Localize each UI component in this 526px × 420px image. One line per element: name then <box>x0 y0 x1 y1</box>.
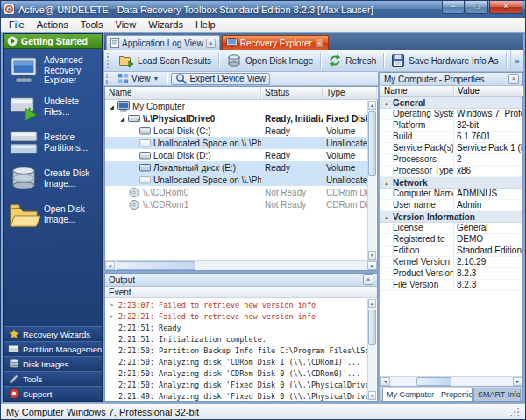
toolbar-grip[interactable] <box>106 74 110 84</box>
scroll-down-button[interactable] <box>368 391 376 400</box>
property-group-row[interactable]: General <box>380 97 522 109</box>
scroll-up-button[interactable] <box>368 101 376 110</box>
scroll-down-button[interactable] <box>368 251 376 260</box>
property-group-row[interactable]: Version Information <box>380 211 522 223</box>
column-header-prop-name[interactable]: Name <box>380 86 454 96</box>
open-disk-image-button[interactable]: Open Disk Image <box>221 51 318 70</box>
collapse-icon[interactable] <box>383 100 390 106</box>
log-event-row[interactable]: 2:21:50: Analyzing disk 'CDRom Disk 0 (\… <box>110 367 368 379</box>
refresh-button[interactable]: Refresh <box>323 51 381 70</box>
scroll-right-button[interactable] <box>367 261 377 270</box>
scroll-left-button[interactable] <box>105 261 115 270</box>
scroll-thumb[interactable] <box>117 261 195 270</box>
column-header-prop-value[interactable]: Value <box>454 86 522 96</box>
close-button[interactable]: × <box>489 1 522 14</box>
toolbar-grip[interactable] <box>107 53 111 68</box>
properties-horizontal-scrollbar[interactable] <box>380 376 522 386</box>
log-event-row[interactable]: 2:21:50: Analyzing disk 'Fixed Disk 0 (\… <box>110 379 368 390</box>
view-button[interactable]: View▼ <box>113 73 163 85</box>
scroll-thumb[interactable] <box>416 377 451 386</box>
property-row[interactable]: Registered toDEMO <box>380 234 522 246</box>
property-row[interactable]: Operating SystemWindows 7, Professional <box>380 109 522 120</box>
scroll-right-button[interactable] <box>513 377 522 386</box>
property-row[interactable]: Service Pack(s)Service Pack 1 (Build <box>380 143 522 154</box>
scroll-up-button[interactable] <box>368 299 376 308</box>
tab-recovery-explorer[interactable]: Recovery Explorer <box>222 35 329 50</box>
expander-icon[interactable] <box>110 313 118 320</box>
expert-device-view-button[interactable]: Expert Device View <box>171 73 270 85</box>
column-header-status[interactable]: Status <box>261 87 323 99</box>
tab-smart-info[interactable]: SMART Info <box>473 388 521 401</box>
property-row[interactable]: Processors2 <box>380 154 522 166</box>
log-event-row[interactable]: 2:23:07: Failed to retrieve new version … <box>110 299 368 310</box>
property-row[interactable]: Computer NameADMINUS <box>380 189 522 200</box>
sidebar-section-disk-images[interactable]: Disk Images <box>4 356 102 371</box>
menu-wizards[interactable]: Wizards <box>142 18 189 31</box>
tree-row[interactable]: Unallocated Space on \\.\PhysicalDrive0U… <box>105 137 368 149</box>
tab-application-log-view[interactable]: Application Log View <box>106 35 220 50</box>
tab-close-icon[interactable] <box>315 39 324 48</box>
sidebar-item-undelete-files[interactable]: Undelete Files... <box>6 92 99 122</box>
menu-file[interactable]: File <box>3 18 31 31</box>
property-row[interactable]: User nameAdmin <box>380 200 522 211</box>
load-scan-results-button[interactable]: Load Scan Results <box>113 51 217 70</box>
property-row[interactable]: File Version8.2.3 <box>380 280 522 291</box>
resize-grip[interactable] <box>508 406 520 417</box>
menu-actions[interactable]: Actions <box>31 18 75 31</box>
tab-close-icon[interactable] <box>206 39 216 48</box>
sidebar-section-partition-management[interactable]: Partition Management <box>4 341 102 356</box>
log-event-row[interactable]: 2:21:50: Partition Backup Info file C:\P… <box>110 345 368 356</box>
log-event-row[interactable]: 2:22:21: Failed to retrieve new version … <box>110 310 368 322</box>
tree-row[interactable]: \\.\CDRom1Not ReadyCDRom Disk <box>105 198 368 210</box>
sidebar-section-tools[interactable]: Tools <box>4 371 102 386</box>
property-row[interactable]: Product Version8.2.3 <box>380 268 522 280</box>
toolbar-overflow-button[interactable]: » <box>510 50 523 71</box>
property-row[interactable]: Build6.1.7601 <box>380 132 522 143</box>
tree-row[interactable]: ◢My Computer <box>105 100 368 112</box>
tree-row[interactable]: Local Disk (C:)ReadyVolume <box>105 125 368 137</box>
expander-icon[interactable]: ◢ <box>117 116 127 122</box>
sidebar-section-support[interactable]: Support <box>4 386 102 401</box>
scroll-thumb[interactable] <box>368 310 376 345</box>
expander-icon[interactable]: ◢ <box>107 103 117 110</box>
output-vertical-scrollbar[interactable] <box>367 299 376 400</box>
scroll-left-button[interactable] <box>380 377 390 386</box>
property-row[interactable]: EditionStandard Edition <box>380 246 522 257</box>
log-event-row[interactable]: 2:21:51: Initialization complete. <box>110 333 368 345</box>
tree-row[interactable]: Локальный диск (E:)ReadyVolume <box>105 161 368 174</box>
sidebar-item-advanced-recovery-explorer[interactable]: Advanced Recovery Explorer <box>6 55 99 86</box>
property-row[interactable]: Platform32-bit <box>380 120 522 132</box>
tab-my-computer-properties[interactable]: My Computer - Properties <box>382 388 473 401</box>
column-header-name[interactable]: Name <box>105 87 261 99</box>
minimize-button[interactable]: − <box>442 1 465 14</box>
collapse-icon[interactable] <box>383 180 390 186</box>
menu-view[interactable]: View <box>110 18 143 31</box>
log-event-row[interactable]: 2:21:50: Analyzing disk 'CDRom Disk 1 (\… <box>110 356 368 367</box>
sidebar-section-recovery-wizards[interactable]: Recovery Wizards <box>4 326 102 341</box>
scroll-thumb[interactable] <box>368 111 376 176</box>
tree-vertical-scrollbar[interactable] <box>367 101 376 260</box>
property-group-row[interactable]: Network <box>380 177 522 189</box>
tree-row[interactable]: \\.\CDRom0Not ReadyCDRom Disk <box>105 186 368 198</box>
maximize-button[interactable]: □ <box>466 1 488 14</box>
tree-horizontal-scrollbar[interactable] <box>105 260 377 270</box>
sidebar-item-create-disk-image[interactable]: Create Disk Image... <box>6 164 99 194</box>
getting-started-header[interactable]: Getting Started <box>4 34 102 49</box>
collapse-icon[interactable] <box>383 214 390 220</box>
menu-tools[interactable]: Tools <box>75 18 110 31</box>
tree-row[interactable]: Local Disk (D:)ReadyVolume <box>105 149 368 161</box>
close-icon[interactable] <box>508 74 519 84</box>
column-header-event[interactable]: Event <box>105 287 377 298</box>
save-hardware-info-as-button[interactable]: Save Hardware Info As <box>386 51 503 70</box>
property-row[interactable]: Processor Typex86 <box>380 166 522 177</box>
title-bar[interactable]: Active@ UNDELETE - Data Recovery Toolbox… <box>1 1 525 18</box>
sidebar-item-restore-partitions[interactable]: Restore Partitions... <box>6 128 99 158</box>
sidebar-item-open-disk-image[interactable]: Open Disk Image... <box>6 200 99 230</box>
expander-icon[interactable] <box>110 302 118 309</box>
column-header-type[interactable]: Type <box>323 87 377 99</box>
property-row[interactable]: LicenseGeneral <box>380 223 522 234</box>
menu-help[interactable]: Help <box>189 18 222 31</box>
property-row[interactable]: Kernel Version2.10.29 <box>380 257 522 268</box>
close-icon[interactable] <box>363 274 373 285</box>
log-event-row[interactable]: 2:21:49: Analyzing disk 'Fixed Disk 0 (\… <box>110 390 368 401</box>
